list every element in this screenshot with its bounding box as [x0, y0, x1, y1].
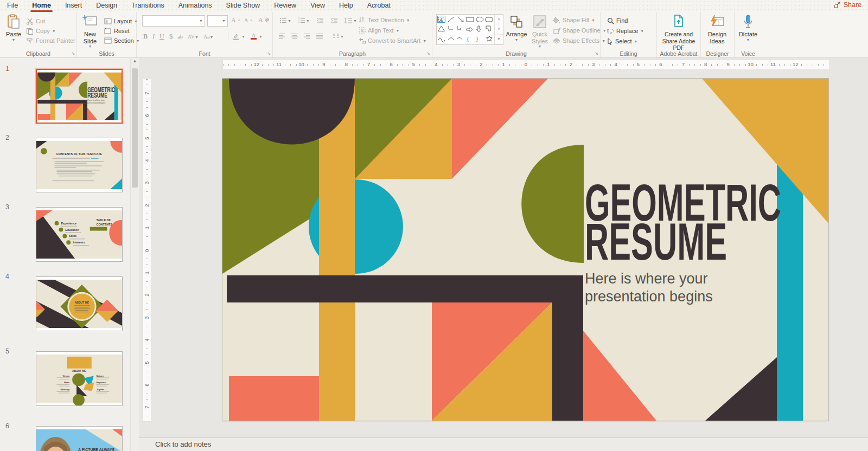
- scrollbar-thumb[interactable]: [132, 68, 138, 188]
- char-spacing-button[interactable]: AV▼: [188, 33, 199, 40]
- notes-pane[interactable]: Click to add notes: [139, 437, 868, 451]
- italic-button[interactable]: I: [152, 33, 155, 41]
- bold-button[interactable]: B: [143, 33, 148, 41]
- change-case-chevron-icon: ▼: [210, 35, 214, 39]
- clear-formatting-label: A: [258, 16, 263, 24]
- thumb5-right-3: Jupiter: [97, 388, 105, 391]
- tab-transitions[interactable]: Transitions: [124, 0, 171, 12]
- h-ruler-number: 3: [591, 61, 596, 68]
- underline-button[interactable]: U: [159, 33, 164, 41]
- thumbnail-slide-4[interactable]: ABOUT ME: [36, 276, 123, 331]
- clipboard-dialog-launcher[interactable]: ↘: [71, 51, 75, 56]
- replace-button[interactable]: bc Replace ▼: [607, 26, 644, 36]
- numbering-button[interactable]: ▼: [297, 16, 311, 25]
- tab-design[interactable]: Design: [89, 0, 124, 12]
- drawing-dialog-launcher[interactable]: ↘: [595, 51, 598, 56]
- thumb5-left-3: Mercury: [60, 388, 69, 391]
- highlight-chevron-icon: ▼: [241, 35, 245, 38]
- quick-styles-icon: [533, 14, 547, 30]
- select-chevron-icon: ▼: [634, 40, 638, 43]
- quick-styles-button[interactable]: Quick Styles ▼: [528, 14, 551, 48]
- highlight-color-button[interactable]: ▼: [232, 31, 245, 41]
- bullets-button[interactable]: ▼: [278, 16, 292, 25]
- paragraph-dialog-launcher[interactable]: ↘: [426, 51, 430, 56]
- shrink-font-button[interactable]: A˅: [244, 15, 252, 25]
- tab-acrobat[interactable]: Acrobat: [360, 0, 398, 12]
- design-ideas-icon: [710, 14, 725, 30]
- increase-indent-button[interactable]: [329, 16, 339, 25]
- gallery-scroll-down-button[interactable]: ˅: [495, 24, 503, 34]
- arrange-button[interactable]: Arrange ▼: [505, 14, 528, 42]
- copy-button[interactable]: Copy ▼: [26, 26, 56, 36]
- align-text-button[interactable]: Align Text ▼: [359, 25, 399, 35]
- justify-button[interactable]: [316, 33, 323, 40]
- bullets-icon: [279, 17, 287, 24]
- cut-button[interactable]: Cut: [26, 16, 45, 26]
- gallery-scroll-up-button[interactable]: ˄: [495, 15, 503, 24]
- tab-insert[interactable]: Insert: [58, 0, 89, 12]
- design-ideas-label: Design Ideas: [705, 31, 730, 44]
- font-name-combobox[interactable]: ▼: [142, 15, 205, 27]
- thumbnail-slide-1[interactable]: [36, 69, 123, 124]
- v-ruler-number: 7: [143, 403, 150, 411]
- grow-font-button[interactable]: A˄: [231, 15, 240, 25]
- thumbnail-slide-6[interactable]: A PICTURE ALWAYS: [36, 426, 123, 451]
- clear-formatting-button[interactable]: A: [258, 15, 269, 25]
- tab-animations[interactable]: Animations: [171, 0, 219, 12]
- v-ruler-number: 2: [143, 291, 150, 299]
- strikethrough-button[interactable]: ab: [177, 34, 182, 40]
- h-ruler-number: 6: [388, 61, 393, 68]
- h-ruler-number: 6: [658, 61, 663, 68]
- tab-help[interactable]: Help: [332, 0, 360, 12]
- font-color-button[interactable]: A ▼: [251, 31, 263, 41]
- layout-button[interactable]: Layout ▼: [104, 16, 138, 26]
- thumbnail-slide-5[interactable]: ABOUT ME Venus Mars Mercury Saturn Neptu…: [36, 351, 123, 406]
- shape-fill-button[interactable]: Shape Fill ▼: [553, 15, 595, 25]
- reset-button[interactable]: Reset: [104, 26, 130, 36]
- tab-slide-show[interactable]: Slide Show: [219, 0, 267, 12]
- decrease-indent-button[interactable]: [315, 16, 325, 25]
- v-ruler-number: 1: [143, 224, 150, 232]
- thumbnail-scrollbar[interactable]: ▲: [130, 57, 139, 451]
- align-left-button[interactable]: [278, 33, 286, 40]
- format-painter-button[interactable]: Format Painter: [26, 36, 75, 46]
- align-right-button[interactable]: [303, 33, 311, 40]
- columns-chevron-icon: ▼: [340, 35, 344, 38]
- create-pdf-button[interactable]: Create and Share Adobe PDF: [659, 14, 698, 51]
- thumbnail-number-1: 1: [5, 65, 16, 73]
- font-dialog-launcher[interactable]: ↘: [267, 51, 271, 56]
- font-size-combobox[interactable]: ▼: [207, 15, 228, 27]
- shape-outline-button[interactable]: Shape Outline ▼: [553, 25, 607, 35]
- columns-button[interactable]: ▼: [331, 31, 345, 41]
- thumbnail-slide-2[interactable]: CONTENTS OF THIS TEMPLATE: [36, 138, 123, 192]
- thumbnail-1-art: [37, 70, 122, 123]
- paste-button[interactable]: Paste ▼: [2, 14, 25, 42]
- tab-file[interactable]: File: [0, 0, 25, 12]
- section-button[interactable]: Section ▼: [104, 36, 140, 46]
- align-center-button[interactable]: [291, 33, 298, 40]
- change-case-button[interactable]: Aa▼: [203, 33, 214, 40]
- shapes-gallery-icons: A { }: [437, 15, 494, 43]
- share-button[interactable]: Share: [834, 1, 861, 9]
- find-button[interactable]: Find: [607, 16, 628, 25]
- gallery-more-button[interactable]: ▾: [495, 35, 503, 44]
- tab-view[interactable]: View: [303, 0, 332, 12]
- convert-smartart-button[interactable]: Convert to SmartArt ▼: [359, 36, 426, 46]
- scrollbar-up-arrow-icon[interactable]: ▲: [131, 59, 139, 63]
- editing-group-label: Editing: [601, 50, 656, 57]
- tab-review[interactable]: Review: [267, 0, 303, 12]
- thumbnail-slide-3[interactable]: TABLE OF CONTENTS Experience Education S…: [36, 207, 123, 262]
- tab-home[interactable]: Home: [25, 0, 58, 12]
- design-ideas-button[interactable]: Design Ideas: [704, 14, 731, 44]
- text-shadow-button[interactable]: S: [169, 33, 173, 41]
- new-slide-button[interactable]: New Slide ▼: [78, 14, 102, 48]
- h-ruler-number: 11: [275, 61, 283, 68]
- shapes-gallery[interactable]: A { }: [436, 14, 503, 45]
- select-button[interactable]: Select ▼: [607, 36, 638, 46]
- dictate-button[interactable]: Dictate ▼: [736, 14, 760, 42]
- line-spacing-button[interactable]: ▼: [343, 16, 358, 25]
- shape-effects-button[interactable]: Shape Effects ▼: [553, 36, 605, 46]
- replace-icon: bc: [607, 28, 614, 35]
- text-direction-button[interactable]: Text Direction ▼: [359, 15, 410, 25]
- slide-editor[interactable]: [222, 79, 828, 421]
